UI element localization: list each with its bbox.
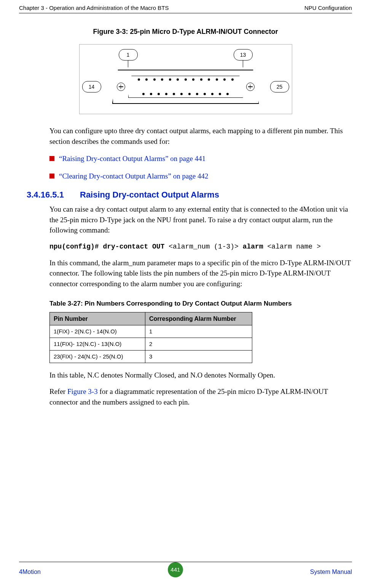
figure-top-labels: 1 13: [83, 49, 289, 67]
pin-row-top: [138, 78, 234, 81]
body-text: You can configure upto three dry contact…: [49, 126, 352, 407]
page-header: Chapter 3 - Operation and Administration…: [19, 4, 352, 12]
header-rule: [19, 13, 352, 13]
footer-right[interactable]: System Manual: [310, 567, 352, 576]
table-header-row: Pin Number Corresponding Alarm Number: [50, 312, 252, 325]
figure-connector-diagram: 1 13 14: [79, 44, 292, 114]
section-heading: 3.4.16.5.1 Raising Dry-contact Output Al…: [49, 189, 352, 201]
table-cell: 1(FIX) - 2(N.C) - 14(N.O): [50, 325, 145, 338]
pin-row-bottom: [138, 93, 234, 95]
table-cell: 2: [145, 338, 252, 351]
table-row: 11(FIX)- 12(N.C) - 13(N.O) 2: [50, 338, 252, 351]
table-cell: 3: [145, 350, 252, 363]
section-paragraph-1: You can raise a dry contact output alarm…: [49, 204, 352, 236]
pin-label-14: 14: [82, 81, 101, 92]
footer-left[interactable]: 4Motion: [19, 567, 41, 576]
pin-label-25: 25: [270, 81, 289, 92]
content-area: Figure 3-3: 25-pin Micro D-Type ALRM-IN/…: [19, 23, 352, 558]
bullet-square-icon: [49, 174, 54, 178]
table-header-pin: Pin Number: [50, 312, 145, 325]
table-row: 23(FIX) - 24(N.C) - 25(N.O) 3: [50, 350, 252, 363]
screw-left-icon: [117, 83, 125, 91]
pin-number-table: Pin Number Corresponding Alarm Number 1(…: [49, 312, 252, 363]
figure-caption: Figure 3-3: 25-pin Micro D-Type ALRM-IN/…: [19, 27, 352, 37]
connector-inner: [128, 76, 243, 98]
table-cell: 23(FIX) - 24(N.C) - 25(N.O): [50, 350, 145, 363]
section-paragraph-2: In this command, the alarm_num parameter…: [49, 258, 352, 289]
pin-label-13: 13: [234, 49, 253, 61]
link-raising-alarms[interactable]: “Raising Dry-contact Output Alarms” on p…: [59, 153, 205, 164]
after-table-paragraph-1: In this table, N.C denotes Normally Clos…: [49, 370, 352, 381]
header-right: NPU Configuration: [304, 4, 352, 12]
section-number: 3.4.16.5.1: [27, 189, 80, 201]
page-footer: 4Motion 441 System Manual: [19, 562, 352, 580]
intro-paragraph: You can configure upto three dry contact…: [49, 126, 352, 147]
table-cell: 11(FIX)- 12(N.C) - 13(N.O): [50, 338, 145, 351]
after-table-paragraph-2: Refer Figure 3-3 for a diagrammatic repr…: [49, 386, 352, 407]
section-title: Raising Dry-contact Output Alarms: [80, 189, 219, 201]
bullet-1: “Raising Dry-contact Output Alarms” on p…: [49, 153, 352, 164]
link-figure-3-3[interactable]: Figure 3-3: [67, 387, 98, 395]
table-cell: 1: [145, 325, 252, 338]
table-header-alarm: Corresponding Alarm Number: [145, 312, 252, 325]
pin-label-1: 1: [119, 49, 138, 61]
link-clearing-alarms[interactable]: “Clearing Dry-contact Output Alarms” on …: [59, 171, 209, 182]
connector-outline: [112, 70, 259, 104]
page: Chapter 3 - Operation and Administration…: [0, 0, 371, 588]
bullet-list: “Raising Dry-contact Output Alarms” on p…: [49, 153, 352, 181]
header-left: Chapter 3 - Operation and Administration…: [19, 4, 169, 12]
bullet-2: “Clearing Dry-contact Output Alarms” on …: [49, 171, 352, 182]
table-row: 1(FIX) - 2(N.C) - 14(N.O) 1: [50, 325, 252, 338]
page-number-badge: 441: [168, 562, 183, 577]
table-caption: Table 3-27: Pin Numbers Corresponding to…: [49, 299, 352, 309]
bullet-square-icon: [49, 156, 54, 161]
screw-right-icon: [246, 83, 255, 91]
command-line: npu(config)# dry-contact OUT <alarm_num …: [49, 242, 352, 252]
